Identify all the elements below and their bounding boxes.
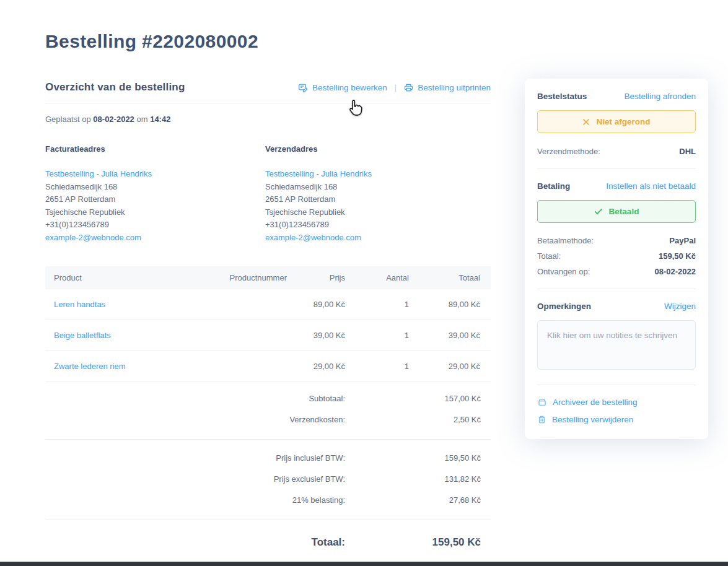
edit-icon <box>299 83 308 92</box>
product-number-cell <box>200 320 287 351</box>
notes-input[interactable]: Klik hier om uw notities te schrijven <box>537 320 696 370</box>
card-divider <box>537 289 696 289</box>
payment-received-row: Ontvangen op: 08-02-2022 <box>537 267 696 276</box>
archive-order-link[interactable]: Archiveer de bestelling <box>537 398 696 407</box>
shipping-address-heading: Verzendadres <box>265 144 485 154</box>
payment-total-label: Totaal: <box>537 251 561 261</box>
delete-order-link[interactable]: Bestelling verwijderen <box>537 415 696 424</box>
payment-method-row: Betaalmethode: PayPal <box>537 236 696 245</box>
placed-middle: om <box>136 115 147 124</box>
grand-total-row: Totaal: 159,50 Kč <box>45 536 491 549</box>
print-order-link[interactable]: Bestelling uitprinten <box>404 83 491 92</box>
price-incl-vat-row: Prijs inclusief BTW: 159,50 Kč <box>45 453 491 463</box>
price-excl-vat-row: Prijs exclusief BTW: 131,82 Kč <box>45 474 491 484</box>
payment-heading: Betaling <box>537 181 570 191</box>
addresses-section: Facturatieadres Testbestelling - Julia H… <box>45 144 491 244</box>
shipping-cost-label: Verzendkosten: <box>289 415 345 424</box>
product-price-cell: 39,00 Kč <box>287 320 345 351</box>
card-divider <box>537 385 696 385</box>
table-row: Beige balletflats 39,00 Kč 1 39,00 Kč <box>45 320 491 351</box>
products-table: Product Productnummer Prijs Aantal Totaa… <box>45 266 491 382</box>
shipping-address: Verzendadres Testbestelling - Julia Hend… <box>265 144 485 244</box>
set-unpaid-link[interactable]: Instellen als niet betaald <box>606 181 696 191</box>
complete-order-link[interactable]: Bestelling afronden <box>624 92 696 101</box>
status-paid-button[interactable]: Betaald <box>537 200 696 223</box>
edit-notes-link[interactable]: Wijzigen <box>664 302 696 311</box>
printer-icon <box>404 83 413 92</box>
order-status-heading: Bestelstatus <box>537 92 587 101</box>
product-link[interactable]: Beige balletflats <box>54 331 111 340</box>
placed-prefix: Geplaatst op <box>45 115 91 124</box>
column-header-price: Prijs <box>287 266 345 289</box>
payment-method-value: PayPal <box>669 236 696 245</box>
price-incl-vat-label: Prijs inclusief BTW: <box>276 453 345 463</box>
product-total-cell: 89,00 Kč <box>409 289 491 320</box>
product-total-cell: 39,00 Kč <box>409 320 491 351</box>
payment-header: Betaling Instellen als niet betaald <box>537 181 696 191</box>
column-header-qty: Aantal <box>345 266 409 289</box>
tax-value: 27,68 Kč <box>345 495 491 505</box>
billing-customer-link[interactable]: Testbestelling - Julia Hendriks <box>45 168 265 181</box>
product-number-cell <box>200 351 287 382</box>
shipping-phone: +31(0)123456789 <box>265 219 485 232</box>
overview-divider <box>45 103 491 103</box>
column-header-product: Product <box>45 266 200 289</box>
product-qty-cell: 1 <box>345 320 409 351</box>
table-row: Leren handtas 89,00 Kč 1 89,00 Kč <box>45 289 491 320</box>
subtotal-label: Subtotaal: <box>309 394 345 403</box>
product-total-cell: 29,00 Kč <box>409 351 491 382</box>
overview-header: Overzicht van de bestelling Bestelling b… <box>45 81 491 94</box>
overview-actions: Bestelling bewerken | Bestelling uitprin… <box>299 83 491 92</box>
shipping-method-row: Verzendmethode: DHL <box>537 147 696 156</box>
overview-heading: Overzicht van de bestelling <box>45 81 185 94</box>
placed-time: 14:42 <box>150 115 170 124</box>
shipping-cost-row: Verzendkosten: 2,50 Kč <box>45 415 491 424</box>
product-link[interactable]: Leren handtas <box>54 300 105 309</box>
print-order-label: Bestelling uitprinten <box>418 83 491 92</box>
billing-phone: +31(0)123456789 <box>45 219 265 232</box>
actions-separator: | <box>395 83 397 92</box>
card-divider <box>537 168 696 169</box>
edit-order-label: Bestelling bewerken <box>312 83 387 92</box>
payment-received-value: 08-02-2022 <box>655 267 696 276</box>
order-detail-main: Bestelling #2202080002 Overzicht van de … <box>45 0 491 560</box>
billing-address: Facturatieadres Testbestelling - Julia H… <box>45 144 265 244</box>
billing-email-link[interactable]: example-2@webnode.com <box>45 232 265 245</box>
page-title: Bestelling #2202080002 <box>45 31 491 52</box>
price-excl-vat-label: Prijs exclusief BTW: <box>274 474 345 484</box>
product-price-cell: 89,00 Kč <box>287 289 345 320</box>
product-qty-cell: 1 <box>345 289 409 320</box>
subtotal-value: 157,00 Kč <box>345 394 491 403</box>
product-number-cell <box>200 289 287 320</box>
subtotal-row: Subtotaal: 157,00 Kč <box>45 394 491 403</box>
billing-address-heading: Facturatieadres <box>45 144 265 154</box>
totals-divider <box>45 520 491 520</box>
product-link[interactable]: Zwarte lederen riem <box>54 362 126 371</box>
payment-received-label: Ontvangen op: <box>537 267 590 276</box>
price-incl-vat-value: 159,50 Kč <box>345 453 491 463</box>
placed-date: 08-02-2022 <box>93 115 134 124</box>
totals-divider <box>45 439 491 440</box>
shipping-method-label: Verzendmethode: <box>537 147 600 156</box>
edit-order-link[interactable]: Bestelling bewerken <box>299 83 387 92</box>
shipping-customer-link[interactable]: Testbestelling - Julia Hendriks <box>265 168 485 181</box>
shipping-email-link[interactable]: example-2@webnode.com <box>265 232 485 245</box>
status-not-completed-button[interactable]: Niet afgerond <box>537 110 696 133</box>
grand-total-value: 159,50 Kč <box>345 536 491 549</box>
payment-details: Betaalmethode: PayPal Totaal: 159,50 Kč … <box>537 236 696 276</box>
shipping-city: 2651 AP Rotterdam <box>265 193 485 206</box>
shipping-cost-value: 2,50 Kč <box>345 415 491 424</box>
trash-icon <box>537 415 546 424</box>
billing-country: Tsjechische Republiek <box>45 206 265 219</box>
paid-badge-label: Betaald <box>609 207 639 216</box>
tax-row: 21% belasting: 27,68 Kč <box>45 495 491 505</box>
price-excl-vat-value: 131,82 Kč <box>345 474 491 484</box>
column-header-number: Productnummer <box>200 266 287 289</box>
order-status-card: Bestelstatus Bestelling afronden Niet af… <box>525 79 708 439</box>
status-badge-label: Niet afgerond <box>596 117 650 126</box>
payment-total-row: Totaal: 159,50 Kč <box>537 251 696 261</box>
order-totals: Subtotaal: 157,00 Kč Verzendkosten: 2,50… <box>45 394 491 549</box>
placed-on-line: Geplaatst op 08-02-2022 om 14:42 <box>45 115 491 124</box>
archive-order-label: Archiveer de bestelling <box>553 398 638 407</box>
shipping-country: Tsjechische Republiek <box>265 206 485 219</box>
